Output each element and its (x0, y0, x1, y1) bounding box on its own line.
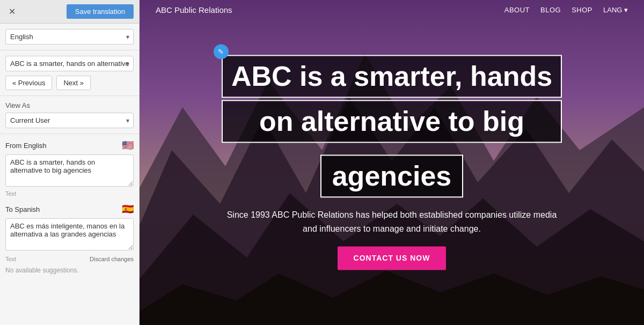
hero-title-line3: agencies (320, 154, 464, 197)
view-as-section: View As Current User (0, 96, 139, 134)
to-flag: 🇪🇸 (122, 203, 134, 215)
nav-shop[interactable]: SHOP (572, 6, 592, 14)
next-button[interactable]: Next » (56, 76, 91, 90)
save-translation-button[interactable]: Save translation (67, 4, 134, 19)
hero-subtitle: Since 1993 ABC Public Relations has help… (204, 208, 580, 235)
site-logo: ABC Public Relations (156, 5, 504, 14)
lang-dropdown[interactable]: LANG ▾ (603, 6, 628, 14)
close-button[interactable]: ✕ (5, 5, 19, 18)
from-field-type: Text (5, 190, 134, 197)
nav-blog[interactable]: BLOG (540, 6, 561, 14)
to-lang-label: To Spanish 🇪🇸 (5, 203, 134, 215)
translation-panel: ✕ Save translation English Spanish Frenc… (0, 0, 140, 325)
from-lang-label: From English 🇺🇸 (5, 139, 134, 151)
language-select-wrapper: English Spanish French (5, 29, 134, 45)
to-text-area[interactable]: ABC es más inteligente, manos en la alte… (5, 218, 134, 250)
view-as-label: View As (5, 101, 134, 109)
from-text-area[interactable]: ABC is a smarter, hands on alternative t… (5, 154, 134, 187)
edit-pencil-icon[interactable]: ✎ (214, 44, 229, 59)
hero-title-line2: on alternative to big (222, 100, 562, 143)
hero-title-block: ✎ ABC is a smarter, hands on alternative… (222, 55, 562, 197)
hero-content: ✎ ABC is a smarter, hands on alternative… (204, 55, 580, 270)
panel-header: ✕ Save translation (0, 0, 139, 24)
main-content: ABC Public Relations ABOUT BLOG SHOP LAN… (140, 0, 644, 325)
hero-title-line1: ABC is a smarter, hands (222, 55, 562, 98)
string-select-wrapper: ABC is a smarter, hands on alternative t… (5, 56, 134, 71)
discard-link[interactable]: Discard changes (90, 256, 134, 262)
nav-buttons: « Previous Next » (5, 76, 134, 90)
view-as-select-wrapper: Current User (5, 113, 134, 128)
language-section: English Spanish French (0, 24, 139, 50)
suggestions-text: No available suggestions. (5, 267, 134, 274)
view-as-select[interactable]: Current User (5, 113, 134, 128)
string-select[interactable]: ABC is a smarter, hands on alternative t… (5, 56, 134, 71)
from-flag: 🇺🇸 (122, 139, 134, 151)
cta-button[interactable]: CONTACT US NOW (338, 247, 447, 270)
nav-about[interactable]: ABOUT (504, 6, 530, 14)
to-field-type: Text (5, 256, 16, 262)
translation-section: From English 🇺🇸 ABC is a smarter, hands … (0, 134, 139, 279)
top-navbar: ABC Public Relations ABOUT BLOG SHOP LAN… (140, 0, 644, 20)
nav-links: ABOUT BLOG SHOP LANG ▾ (504, 6, 628, 14)
previous-button[interactable]: « Previous (5, 76, 52, 90)
language-select[interactable]: English Spanish French (5, 29, 134, 45)
to-section: To Spanish 🇪🇸 ABC es más inteligente, ma… (5, 203, 134, 262)
string-section: ABC is a smarter, hands on alternative t… (0, 50, 139, 96)
